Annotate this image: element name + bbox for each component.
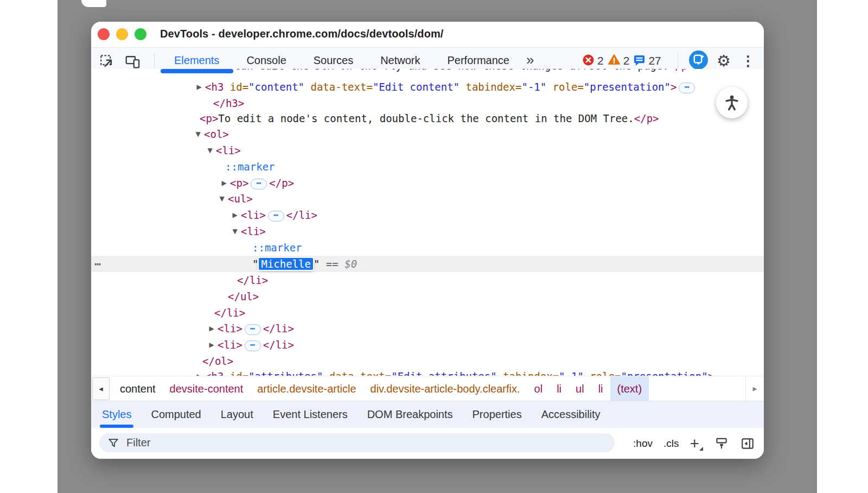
collapsed-children-ellipsis-badge[interactable]: ⋯ <box>679 83 695 93</box>
syntax-val: "attributes" <box>248 370 323 376</box>
close-button[interactable] <box>98 28 110 40</box>
expand-arrow-icon[interactable]: ▶ <box>207 337 216 353</box>
dom-tree-row[interactable]: ▶<li>⋯</li> <box>91 337 764 353</box>
row-menu-dots-icon[interactable]: ⋯ <box>94 256 101 272</box>
settings-gear-icon[interactable]: ⚙ <box>717 53 731 69</box>
error-icon <box>582 54 595 68</box>
dom-tree-row[interactable]: ▼<ul> <box>91 191 764 207</box>
dom-tree-row[interactable]: ::marker <box>91 239 764 256</box>
sidebar-tab-accessibility[interactable]: Accessibility <box>532 401 610 428</box>
dom-node-source: <li>⋯</li> <box>241 207 317 223</box>
warning-count: 2 <box>623 54 630 67</box>
dom-tree-row[interactable]: ▼<li> <box>91 223 764 239</box>
breadcrumb-item-div-devsite-article-body-clearfix[interactable]: div.devsite-article-body.clearfix. <box>363 376 527 401</box>
syntax-tag: <li> <box>241 209 266 221</box>
dom-tree-row[interactable]: ▼<li> <box>91 142 764 159</box>
breadcrumb-scroll-right-button[interactable]: ▸ <box>745 376 764 401</box>
dom-node-source: <li>⋯</li> <box>218 337 294 353</box>
collapsed-children-ellipsis-badge[interactable]: ⋯ <box>268 211 284 222</box>
breadcrumb-item-article-devsite-article[interactable]: article.devsite-article <box>250 376 363 401</box>
syntax-attr: id= <box>224 81 248 93</box>
breadcrumb-item-text[interactable]: (text) <box>610 376 649 401</box>
dom-tree-row[interactable]: </li> <box>91 305 764 321</box>
collapse-arrow-icon[interactable]: ▼ <box>193 126 203 142</box>
collapsed-children-ellipsis-badge[interactable]: ⋯ <box>251 179 267 189</box>
expand-arrow-icon[interactable]: ▶ <box>207 320 216 337</box>
dom-node-source: ::marker <box>252 239 302 256</box>
sidebar-tab-dom-breakpoints[interactable]: DOM Breakpoints <box>358 401 463 428</box>
syntax-tag: </li> <box>214 307 245 319</box>
dom-node-source: </ul> <box>228 288 259 305</box>
syntax-tag: <h3 <box>205 370 224 376</box>
syntax-tag: </li> <box>286 209 317 221</box>
dom-tree-row[interactable]: ▶<li>⋯</li> <box>91 320 764 337</box>
breadcrumb-item-devsite-content[interactable]: devsite-content <box>163 376 251 401</box>
device-toolbar-icon[interactable] <box>125 53 141 69</box>
inspect-element-icon[interactable] <box>99 53 115 69</box>
dom-tree-row[interactable]: ▶<li>⋯</li> <box>91 207 764 223</box>
syntax-tag: <h3 <box>205 81 224 93</box>
zoom-button[interactable] <box>135 28 146 40</box>
dom-tree-row[interactable]: ::marker <box>91 159 764 175</box>
collapsed-children-ellipsis-badge[interactable]: ⋯ <box>245 324 261 335</box>
styles-filter-bar: :hov .cls + <box>91 428 764 459</box>
collapse-arrow-icon[interactable]: ▼ <box>205 142 215 159</box>
dom-tree-row[interactable]: </ul> <box>91 288 764 305</box>
dom-tree-row[interactable]: </li> <box>91 272 764 288</box>
breadcrumb-item-ol[interactable]: ol <box>527 376 550 401</box>
expand-arrow-icon[interactable]: ▶ <box>219 175 229 191</box>
sidebar-tab-layout[interactable]: Layout <box>211 401 263 428</box>
breadcrumb-scroll-left-button[interactable]: ◂ <box>92 377 110 400</box>
dom-tree-row[interactable]: ▼<ol> <box>91 126 764 142</box>
collapse-arrow-icon[interactable]: ▼ <box>217 191 227 207</box>
collapsed-children-ellipsis-badge[interactable]: ⋯ <box>245 340 261 351</box>
warning-badge[interactable]: 2 <box>608 53 630 68</box>
dom-tree-row[interactable]: ▶<h3 id="attributes" data-text="Edit att… <box>91 368 764 376</box>
expand-arrow-icon[interactable]: ▶ <box>194 79 204 95</box>
rendering-brush-icon[interactable] <box>714 436 729 451</box>
syntax-attr: tabindex= <box>497 370 559 376</box>
syntax-val: "Edit attributes" <box>391 370 496 376</box>
element-classes-button[interactable]: .cls <box>663 438 679 450</box>
syntax-text: " <box>314 258 320 270</box>
dom-tree-row[interactable]: ▶<h3 id="content" data-text="Edit conten… <box>91 79 764 95</box>
error-badge[interactable]: 2 <box>582 54 604 68</box>
breadcrumb-item-ul[interactable]: ul <box>569 376 591 401</box>
new-style-rule-button[interactable]: + <box>690 435 703 452</box>
syntax-tag: <p> <box>200 112 218 124</box>
toggle-sidebar-panel-icon[interactable] <box>740 436 755 451</box>
dom-node-source: </li> <box>237 272 268 288</box>
syntax-attr: id= <box>224 370 248 376</box>
accessibility-widget-button[interactable] <box>716 87 748 118</box>
dom-tree-row[interactable]: <p>To edit a node's content, double-clic… <box>91 110 764 127</box>
sidebar-tab-event-listeners[interactable]: Event Listeners <box>263 401 358 428</box>
collapse-arrow-icon[interactable]: ▼ <box>230 223 240 239</box>
sidebar-tab-properties[interactable]: Properties <box>463 401 532 428</box>
filter-pill[interactable] <box>99 433 615 452</box>
dom-tree-row[interactable]: </h3> <box>91 95 764 111</box>
dom-tree-row[interactable]: </ol> <box>91 353 764 369</box>
filter-input[interactable] <box>126 437 608 449</box>
syntax-var: $0 <box>344 258 357 270</box>
syntax-text: To edit a node's content, double-click t… <box>218 112 634 124</box>
breadcrumb-item-li[interactable]: li <box>550 376 569 401</box>
minimize-button[interactable] <box>116 28 128 40</box>
sidebar-tab-computed[interactable]: Computed <box>141 401 210 428</box>
sidebar-tab-styles[interactable]: Styles <box>92 401 141 428</box>
dom-node-source: </h3> <box>213 95 244 111</box>
breadcrumb-item-li[interactable]: li <box>591 376 610 401</box>
dom-tree-row[interactable]: ▶<p>⋯</p> <box>91 175 764 191</box>
breadcrumb-item-content[interactable]: content <box>113 376 163 401</box>
issues-badge[interactable]: 27 <box>633 54 661 68</box>
toggle-element-state-button[interactable]: :hov <box>633 438 653 450</box>
expand-arrow-icon[interactable]: ▶ <box>194 368 204 376</box>
inline-edit-selected-text[interactable]: Michelle <box>259 258 313 270</box>
more-options-kebab-icon[interactable]: ⋮ <box>739 53 757 69</box>
expand-arrow-icon[interactable]: ▶ <box>230 207 240 223</box>
dom-tree-row[interactable]: ⋯"Michelle" == $0 <box>91 256 764 272</box>
syntax-attr: tabindex= <box>459 81 521 93</box>
syntax-val: "-1" <box>521 81 546 93</box>
syntax-tag: > <box>708 370 714 376</box>
window-title: DevTools - developer.chrome.com/docs/dev… <box>160 28 444 40</box>
syntax-eq: == <box>320 258 344 270</box>
